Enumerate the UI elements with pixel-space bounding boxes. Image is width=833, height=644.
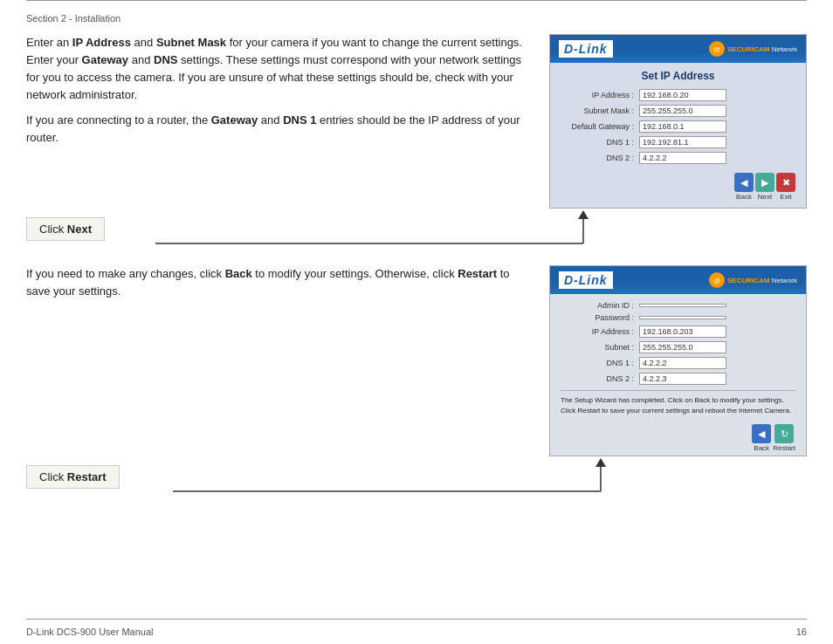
panel1-back-label: Back (736, 193, 752, 201)
panel1-next-btn[interactable]: ▶ Next (755, 173, 774, 201)
panel2-screenshot: D-Link @ SECURICAM Network Admin ID : Pa… (549, 265, 807, 456)
panel2-input-0 (639, 304, 726, 307)
svg-marker-2 (578, 210, 589, 219)
back-bold: Back (225, 267, 252, 280)
panel1-form: IP Address : 192.168.0.20 Subnet Mask : … (561, 89, 795, 164)
dns-bold: DNS (154, 53, 177, 66)
panel2-input-1 (639, 316, 726, 319)
dns1-bold: DNS 1 (283, 113, 316, 127)
back-icon-2: ◀ (752, 424, 771, 443)
subnet-mask-bold: Subnet Mask (156, 36, 226, 49)
panel1-label-0: IP Address : (561, 91, 639, 99)
section2-text: If you need to make any changes, click B… (26, 265, 532, 307)
dlink-logo-panel2: D-Link (559, 271, 613, 289)
panel1-back-btn[interactable]: ◀ Back (734, 173, 754, 201)
securicam-text-panel2: SECURICAM (727, 277, 769, 284)
next-bold-label: Next (67, 223, 92, 236)
click-next-arrow (155, 210, 592, 250)
panel2-back-label: Back (754, 444, 769, 452)
gateway2-bold: Gateway (211, 113, 258, 127)
exit-icon: ✖ (776, 173, 795, 192)
panel2-label-0: Admin ID : (561, 301, 639, 310)
dlink-logo-panel1: D-Link (559, 40, 613, 58)
panel1-label-3: DNS 1 : (561, 138, 639, 147)
panel2-header: D-Link @ SECURICAM Network (550, 266, 806, 294)
panel1-label-4: DNS 2 : (561, 154, 639, 162)
panel1-field-3: DNS 1 : 192.192.81.1 (561, 136, 795, 148)
panel1-field-1: Subnet Mask : 255.255.255.0 (561, 105, 795, 117)
panel2-input-3: 255.255.255.0 (639, 341, 726, 353)
securicam-icon-panel1: @ (709, 41, 725, 57)
panel2-input-4: 4.2.2.2 (639, 357, 726, 369)
click-restart-arrow (173, 458, 609, 497)
panel2-field-0: Admin ID : (561, 301, 795, 310)
panel1-input-3: 192.192.81.1 (639, 136, 726, 148)
svg-marker-5 (595, 458, 606, 467)
restart-bold-label: Restart (67, 470, 107, 483)
panel1-label-1: Subnet Mask : (561, 106, 639, 115)
panel2-footer-btns: ◀ Back ↻ Restart (561, 421, 795, 452)
panel2-field-5: DNS 2 : 4.2.2.3 (561, 373, 795, 385)
panel2-label-2: IP Address : (561, 327, 639, 336)
click-next-box[interactable]: Click Next (26, 217, 105, 241)
securicam-logo-panel1: @ SECURICAM Network (709, 41, 797, 57)
ip-address-bold: IP Address (72, 36, 131, 49)
panel2-input-2: 192.168.0.203 (639, 325, 726, 338)
footer-left: D-Link DCS-900 User Manual (26, 627, 154, 637)
panel1-input-0: 192.168.0.20 (639, 89, 726, 101)
panel2-field-4: DNS 1 : 4.2.2.2 (561, 357, 795, 369)
section-header: Section 2 - Installation (26, 13, 807, 24)
panel1-input-1: 255.255.255.0 (639, 105, 726, 117)
panel1-exit-label: Exit (780, 193, 791, 201)
section1-text: Enter an IP Address and Subnet Mask for … (26, 34, 532, 154)
panel2-restart-btn[interactable]: ↻ Restart (773, 424, 795, 452)
panel2-input-5: 4.2.2.3 (639, 373, 726, 385)
panel2-body: Admin ID : Password : IP Address : 192.1… (550, 294, 806, 456)
restart-bold: Restart (458, 267, 497, 280)
panel1-field-2: Default Gateway : 192.168.0.1 (561, 120, 795, 133)
securicam-icon-panel2: @ (709, 272, 725, 288)
panel1-exit-btn[interactable]: ✖ Exit (776, 173, 795, 201)
panel2-label-4: DNS 1 : (561, 359, 639, 367)
panel1-body: Set IP Address IP Address : 192.168.0.20… (550, 63, 806, 208)
panel2-back-btn[interactable]: ◀ Back (752, 424, 771, 452)
network-text-panel1: Network (772, 45, 797, 53)
panel1-header: D-Link @ SECURICAM Network (550, 35, 806, 63)
panel1-label-2: Default Gateway : (561, 122, 639, 131)
panel1-input-4: 4.2.2.2 (639, 152, 726, 164)
back-icon: ◀ (734, 173, 754, 192)
gateway-bold: Gateway (82, 53, 128, 66)
panel2-label-5: DNS 2 : (561, 374, 639, 383)
restart-icon: ↻ (774, 424, 794, 443)
panel2-info-text: The Setup Wizard has completed. Click on… (561, 390, 795, 415)
panel1-footer-btns: ◀ Back ▶ Next ✖ Exit (561, 169, 795, 201)
page-footer: D-Link DCS-900 User Manual 16 (26, 627, 807, 637)
securicam-text-panel1: SECURICAM (727, 45, 769, 53)
panel1-next-label: Next (758, 193, 772, 201)
panel2-field-2: IP Address : 192.168.0.203 (561, 325, 795, 338)
panel2-label-3: Subnet : (561, 343, 639, 352)
click-restart-box[interactable]: Click Restart (26, 465, 120, 489)
panel1-field-0: IP Address : 192.168.0.20 (561, 89, 795, 101)
panel2-restart-label: Restart (773, 444, 795, 452)
panel2-form: Admin ID : Password : IP Address : 192.1… (561, 301, 795, 385)
panel1-title: Set IP Address (561, 70, 795, 82)
securicam-logo-panel2: @ SECURICAM Network (709, 272, 797, 288)
network-text-panel2: Network (772, 277, 797, 284)
panel2-field-3: Subnet : 255.255.255.0 (561, 341, 795, 353)
next-icon: ▶ (755, 173, 774, 192)
footer-right: 16 (796, 627, 807, 637)
bottom-separator (26, 619, 807, 620)
panel2-field-1: Password : (561, 313, 795, 322)
panel1-field-4: DNS 2 : 4.2.2.2 (561, 152, 795, 164)
panel1-screenshot: D-Link @ SECURICAM Network Set IP Addres… (549, 34, 807, 209)
panel1-input-2: 192.168.0.1 (639, 120, 726, 133)
panel2-label-1: Password : (561, 313, 639, 322)
